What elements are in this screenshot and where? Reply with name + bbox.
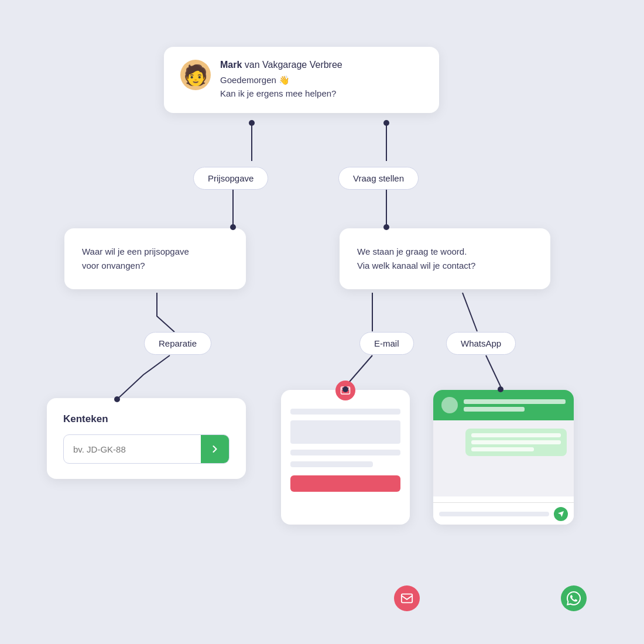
whatsapp-avatar [441,397,458,413]
greeting-text: Mark van Vakgarage Verbree Goedemorgen 👋… [220,60,342,100]
pill-email[interactable]: E-mail [359,332,414,355]
pill-vraag-stellen[interactable]: Vraag stellen [338,167,419,190]
main-canvas: 🧑 Mark van Vakgarage Verbree Goedemorgen… [0,0,644,644]
whatsapp-input-line [439,512,549,516]
whatsapp-bottom-badge [561,585,587,611]
dot-whatsapp-card [498,386,503,392]
vraag-card: We staan je graag te woord. Via welk kan… [340,228,550,289]
whatsapp-header [433,390,574,420]
greeting-body: Goedemorgen 👋 Kan ik je ergens mee helpe… [220,74,342,100]
pill-whatsapp[interactable]: WhatsApp [446,332,516,355]
email-form-line-3 [290,450,400,455]
kenteken-input[interactable] [64,437,201,461]
kenteken-title: Kenteken [63,413,229,425]
email-form-line-2 [290,420,400,444]
email-form-card [281,390,410,525]
prijsopgave-card-text: Waar wil je een prijsopgave voor onvange… [82,246,189,270]
whatsapp-body [433,420,574,496]
vraag-line1: We staan je graag te woord. [357,245,533,259]
pill-prijsopgave[interactable]: Prijsopgave [193,167,268,190]
prijsopgave-card: Waar wil je een prijsopgave voor onvange… [64,228,246,289]
svg-line-7 [486,355,501,386]
whatsapp-send-btn[interactable] [554,507,568,521]
dot-greeting-left [249,120,255,126]
chevron-right-icon [209,443,221,455]
whatsapp-bubble-line-3 [471,447,534,451]
email-form-line-1 [290,409,400,415]
dot-email-card [342,386,348,392]
greeting-card: 🧑 Mark van Vakgarage Verbree Goedemorgen… [164,47,439,113]
email-bottom-badge [394,585,420,611]
email-form-line-4 [290,461,373,467]
whatsapp-bubble-line-2 [471,440,561,444]
pill-reparatie[interactable]: Reparatie [144,332,211,355]
dot-vraag-card [383,224,389,230]
kenteken-card: Kenteken [47,398,246,479]
whatsapp-bubble [465,429,567,456]
send-icon [557,511,564,518]
whatsapp-header-line-2 [464,407,525,412]
avatar-emoji: 🧑 [183,65,208,85]
whatsapp-chat-card [433,390,574,525]
dot-greeting-right [383,120,389,126]
greeting-name: Mark van Vakgarage Verbree [220,60,342,70]
whatsapp-bubble-line-1 [471,433,561,437]
kenteken-input-row [63,434,229,464]
kenteken-submit-button[interactable] [201,435,229,463]
whatsapp-header-lines [464,399,566,412]
email-form-submit-bar[interactable] [290,475,400,492]
avatar: 🧑 [180,60,211,90]
dot-prijsopgave-card [230,224,236,230]
whatsapp-header-line-1 [464,399,566,404]
email-icon-bottom [400,592,413,605]
svg-line-5 [463,293,477,331]
vraag-line2: Via welk kanaal wil je contact? [357,259,533,273]
whatsapp-icon-bottom [567,591,581,605]
whatsapp-input-row[interactable] [433,502,574,525]
svg-rect-9 [402,594,412,603]
dot-kenteken-card [114,396,120,402]
